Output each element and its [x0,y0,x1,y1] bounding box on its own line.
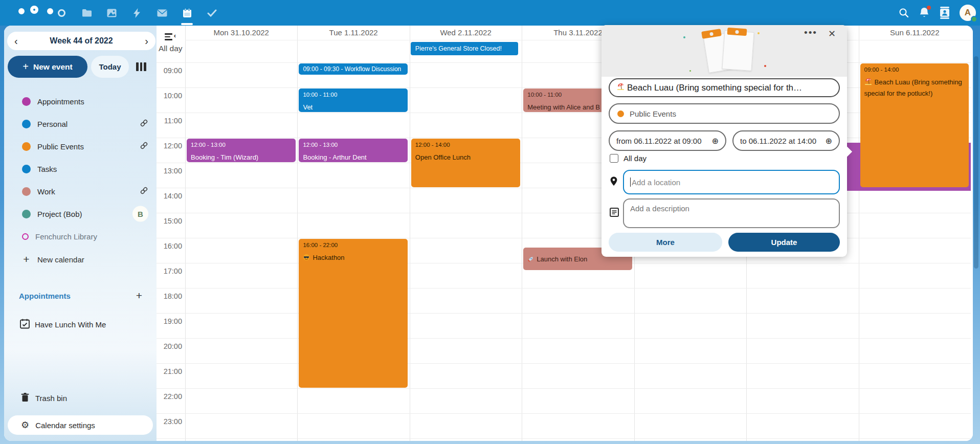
today-button[interactable]: Today [91,56,129,78]
day-header[interactable]: Tue 1.11.2022 [297,26,409,40]
event-tile[interactable]: 12:00 - 14:00Open Office Lunch [411,139,520,187]
hour-gridline [157,413,971,414]
hour-label: 19:00 [157,317,182,325]
hour-gridline [157,62,971,63]
contacts-icon[interactable] [939,7,950,19]
add-appointment-button[interactable]: + [136,290,142,302]
event-time: 09:00 - 09:30 - Workflow Discussion [303,65,404,73]
calendar-picker[interactable]: Public Events [609,103,840,124]
timezone-globe-icon[interactable]: ⊕ [712,136,719,146]
photos-icon[interactable] [99,0,124,26]
popup-actions-menu-icon[interactable]: ••• [804,27,817,38]
hour-gridline [157,313,971,314]
avatar-letter: A [965,8,971,18]
header-divider [185,40,971,40]
previous-week-button[interactable]: ‹ [14,36,18,46]
all-day-label: All day [159,44,183,53]
calendar-settings-button[interactable]: ⚙ Calendar settings [8,415,153,435]
files-icon[interactable] [74,0,99,26]
calendar-app: A ‹ Week 44 of 2022 › + New event Today … [0,0,980,444]
share-link-icon[interactable] [140,119,148,129]
start-datetime-field[interactable]: from 06.11.2022 at 09:00 ⊕ [609,130,726,151]
description-input[interactable]: Add a description [623,198,840,228]
event-title-input[interactable]: Beach Luau (Bring something special for … [609,78,840,97]
location-input[interactable]: Add a location [623,170,840,194]
event-tile[interactable]: 10:00 - 11:00Vet [299,88,408,112]
popup-close-icon[interactable]: ✕ [828,28,836,39]
sidebar-calendar-public-events[interactable]: Public Events [4,135,157,158]
location-pin-icon [610,176,618,188]
hour-gridline [157,438,971,439]
view-mode-icon[interactable] [136,62,147,71]
calendar-color-dot [22,165,31,173]
hour-label: 22:00 [157,392,182,401]
event-title: Beach Luau (Bring something special for … [864,77,965,99]
event-tile[interactable]: 09:00 - 09:30 - Workflow Discussion [299,63,408,75]
sidebar-calendar-fenchurch-library[interactable]: Fenchurch Library [4,225,157,248]
hour-gridline [157,113,971,113]
calendar-list: AppointmentsPersonalPublic EventsTasksWo… [4,90,157,248]
appointment-item[interactable]: Have Lunch With Me [4,316,157,332]
new-event-button[interactable]: + New event [8,56,87,78]
search-icon[interactable] [898,7,909,18]
update-button[interactable]: Update [728,233,840,252]
page-scrollbar[interactable] [974,56,978,269]
more-button[interactable]: More [609,233,722,252]
collapse-sidebar-icon[interactable]: ‹ [165,33,176,40]
notifications-bell-icon[interactable] [919,7,930,19]
share-link-icon[interactable] [140,141,148,151]
calendar-label: Tasks [37,165,57,173]
event-time: 12:00 - 14:00 [415,141,516,148]
activity-icon[interactable] [124,0,149,26]
event-tile[interactable]: 16:00 - 22:00Hackathon [299,239,408,388]
event-title: Vet [303,102,404,112]
popup-illustration: ••• ✕ [602,25,847,77]
hour-gridline [157,213,971,213]
calendar-label: Fenchurch Library [35,232,97,241]
event-title: Open Office Lunch [415,152,516,163]
calendar-icon[interactable] [174,0,199,26]
day-header[interactable]: Wed 2.11.2022 [410,26,522,40]
end-datetime-field[interactable]: to 06.11.2022 at 14:00 ⊕ [732,130,840,151]
sidebar-calendar-appointments[interactable]: Appointments [4,90,157,113]
hour-gridline [157,87,971,88]
share-link-icon[interactable] [140,186,148,196]
hour-gridline [157,363,971,364]
week-grid: ‹ All day Mon 31.10.2022Tue 1.11.2022Wed… [157,26,973,441]
tasks-icon[interactable] [199,0,225,26]
plus-icon: + [22,253,31,265]
allday-event-tile[interactable]: Pierre's General Store Closed! [411,42,518,55]
event-tile[interactable]: 12:00 - 13:00Booking - Tim (Wizard) [187,139,296,162]
hour-label: 20:00 [157,342,182,350]
dashboard-icon[interactable] [49,0,74,26]
gear-icon: ⚙ [21,420,29,430]
all-day-row: All day [610,154,647,163]
avatar[interactable]: A [960,5,976,21]
calendar-color-dot [22,142,31,151]
all-day-checkbox[interactable] [610,154,618,163]
appointments-section-header: Appointments + [19,290,149,302]
timezone-globe-icon[interactable]: ⊕ [826,136,832,146]
day-header[interactable]: Sun 6.11.2022 [859,26,971,40]
event-tile[interactable]: 12:00 - 13:00Booking - Arthur Dent [299,139,408,162]
sidebar-calendar-work[interactable]: Work [4,180,157,203]
sidebar-calendar-personal[interactable]: Personal [4,113,157,135]
trash-bin-item[interactable]: Trash bin [4,390,157,406]
sidebar-calendar-tasks[interactable]: Tasks [4,158,157,180]
hour-label: 09:00 [157,66,182,75]
event-tile[interactable]: 09:00 - 14:00Beach Luau (Bring something… [860,63,969,187]
new-calendar-button[interactable]: + New calendar [4,249,157,270]
mail-icon[interactable] [149,0,174,26]
day-header[interactable]: Mon 31.10.2022 [185,26,297,40]
sidebar: ‹ Week 44 of 2022 › + New event Today Ap… [4,26,157,441]
hour-gridline [157,288,971,288]
text-caret [630,177,631,187]
hour-gridline [157,138,971,138]
hour-gridline [157,338,971,339]
calendar-color-dot [617,110,624,117]
event-title: Booking - Arthur Dent [303,152,404,162]
hour-label: 18:00 [157,292,182,300]
sidebar-calendar-project-bob-[interactable]: Project (Bob)B [4,203,157,225]
calendar-color-dot [22,187,31,196]
next-week-button[interactable]: › [145,36,148,46]
